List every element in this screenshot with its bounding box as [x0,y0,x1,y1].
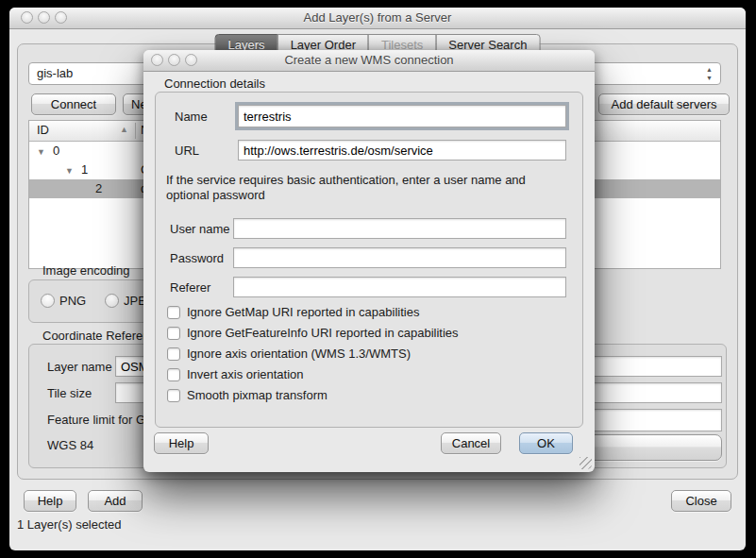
checkbox-label: Smooth pixmap transform [187,388,328,402]
add-default-servers-button[interactable]: Add default servers [598,93,730,115]
server-connection-value: gis-lab [37,66,73,80]
close-button[interactable]: Close [671,490,731,512]
ok-button[interactable]: OK [519,432,573,454]
referer-label: Referer [170,280,210,295]
radio-button-icon[interactable] [41,294,55,308]
column-divider[interactable] [135,123,136,139]
auth-note: If the service requires basic authentica… [166,173,555,203]
dialog-titlebar[interactable]: Create a new WMS connection [143,50,595,72]
cell-id: 1 [81,161,88,179]
url-label: URL [175,144,199,158]
main-titlebar[interactable]: Add Layer(s) from a Server [9,8,746,29]
referer-input[interactable] [233,277,566,297]
cancel-button[interactable]: Cancel [441,432,501,454]
expander-icon[interactable]: ▼ [65,161,74,180]
checkbox-label: Invert axis orientation [187,367,304,381]
sort-ascending-icon: ▲ [120,125,128,134]
checkbox-ignore-getfeatureinfo[interactable]: Ignore GetFeatureInfo URI reported in ca… [167,326,459,340]
checkbox-ignore-getmap[interactable]: Ignore GetMap URI reported in capabiliti… [167,305,419,319]
tile-size-label: Tile size [47,386,92,400]
resize-grip[interactable] [580,457,592,469]
connection-details-label: Connection details [164,76,265,91]
checkbox-icon[interactable] [167,327,180,340]
name-input[interactable] [238,105,566,127]
checkbox-ignore-axis-orientation[interactable]: Ignore axis orientation (WMS 1.3/WMTS) [167,347,411,361]
username-label: User name [170,222,230,236]
cell-id: 2 [95,179,102,198]
checkbox-label: Ignore GetFeatureInfo URI reported in ca… [187,326,459,340]
layer-name-label: Layer name [47,360,112,374]
checkbox-label: Ignore axis orientation (WMS 1.3/WMTS) [187,347,411,361]
window-title: Add Layer(s) from a Server [9,10,746,25]
image-encoding-label: Image encoding [42,263,130,278]
password-label: Password [170,251,224,265]
checkbox-invert-axis-orientation[interactable]: Invert axis orientation [167,367,304,381]
checkbox-icon[interactable] [167,347,180,361]
checkbox-icon[interactable] [167,368,180,381]
column-header-id[interactable]: ID [37,123,49,137]
checkbox-smooth-pixmap[interactable]: Smooth pixmap transform [167,388,328,402]
cell-id: 0 [53,142,59,161]
checkbox-label: Ignore GetMap URI reported in capabiliti… [187,305,419,319]
status-text: 1 Layer(s) selected [17,517,122,532]
username-input[interactable] [233,218,566,239]
expander-icon[interactable]: ▼ [37,143,45,161]
select-stepper-icon: ▲▼ [706,65,713,82]
password-input[interactable] [233,247,566,268]
name-label: Name [175,110,208,124]
dialog-title: Create a new WMS connection [143,53,595,67]
connect-button[interactable]: Connect [31,93,116,115]
url-input[interactable] [238,140,566,161]
add-button[interactable]: Add [88,490,143,512]
wms-connection-dialog: Create a new WMS connection Connection d… [143,50,595,472]
radio-png[interactable]: PNG [41,294,86,308]
radio-button-icon[interactable] [105,294,119,308]
checkbox-icon[interactable] [167,389,180,402]
crs-value-label: WGS 84 [47,438,93,452]
checkbox-icon[interactable] [167,306,180,319]
main-help-button[interactable]: Help [24,490,76,512]
radio-png-label: PNG [59,294,86,308]
dialog-help-button[interactable]: Help [154,432,209,454]
